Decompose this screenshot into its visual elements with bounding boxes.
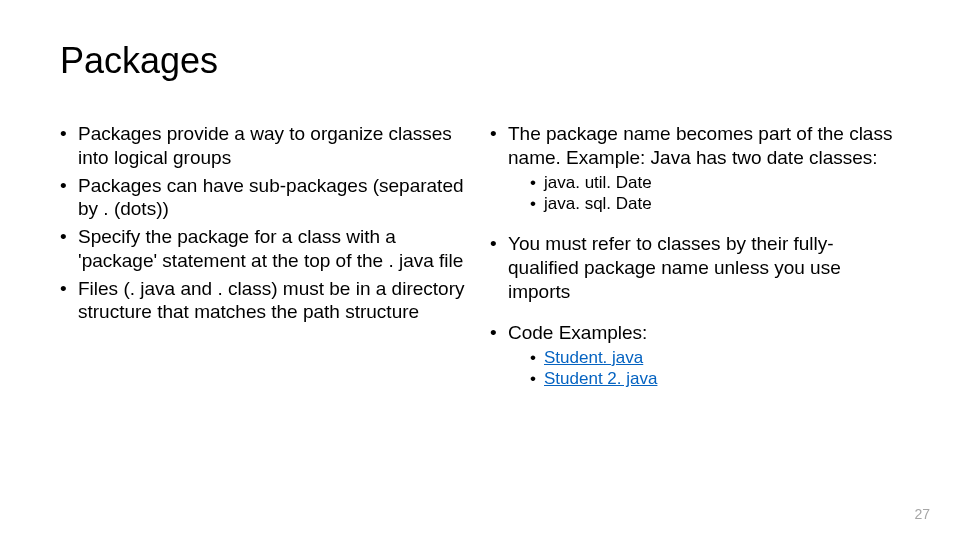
right-subbullet: java. util. Date <box>530 172 900 193</box>
content-columns: Packages provide a way to organize class… <box>60 122 900 394</box>
page-number: 27 <box>914 506 930 522</box>
left-bullet: Files (. java and . class) must be in a … <box>60 277 470 325</box>
left-bullet: Packages provide a way to organize class… <box>60 122 470 170</box>
bullet-text: Code Examples: <box>508 322 647 343</box>
left-column: Packages provide a way to organize class… <box>60 122 470 394</box>
left-bullet: Specify the package for a class with a '… <box>60 225 470 273</box>
left-bullet: Packages can have sub-packages (separate… <box>60 174 470 222</box>
right-subbullet: Student 2. java <box>530 368 900 389</box>
right-subbullet: Student. java <box>530 347 900 368</box>
right-subbullet: java. sql. Date <box>530 193 900 214</box>
right-bullet: You must refer to classes by their fully… <box>490 232 900 303</box>
right-bullet: Code Examples: Student. java Student 2. … <box>490 321 900 389</box>
right-column: The package name becomes part of the cla… <box>490 122 900 394</box>
right-bullet: The package name becomes part of the cla… <box>490 122 900 214</box>
code-example-link[interactable]: Student 2. java <box>544 369 657 388</box>
slide-title: Packages <box>60 40 900 82</box>
code-example-link[interactable]: Student. java <box>544 348 643 367</box>
bullet-text: The package name becomes part of the cla… <box>508 123 892 168</box>
